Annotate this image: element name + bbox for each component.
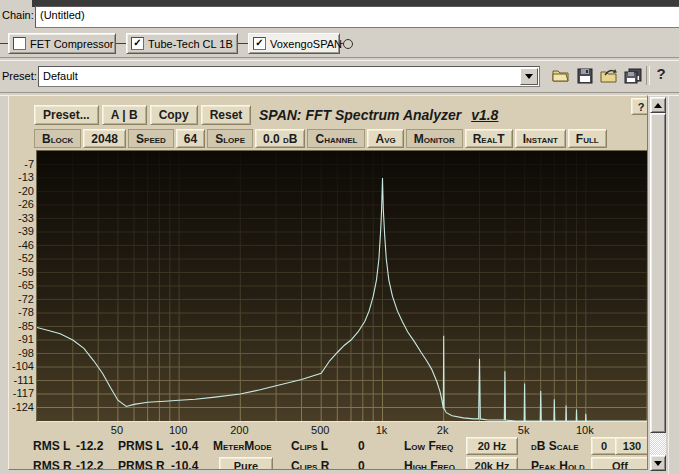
version-link[interactable]: v1.8 <box>471 107 498 123</box>
preset-value: Default <box>43 70 78 82</box>
clips-r-value: 0 <box>358 459 365 470</box>
span-help-button[interactable]: ? <box>631 98 648 115</box>
chevron-down-icon <box>525 74 533 79</box>
db-scale-label: dB Scale <box>531 439 579 453</box>
plugin-slot-voxengo-span[interactable]: ✓ VoxengoSPAN <box>248 33 340 54</box>
preset-combobox[interactable]: Default <box>38 66 540 87</box>
y-axis-tick-label: -7 <box>9 157 34 171</box>
spectrum-plot <box>36 150 648 422</box>
y-axis-tick-label: -33 <box>9 211 34 225</box>
span-copy-button[interactable]: Copy <box>150 105 198 125</box>
span-toolbar: Block2048Speed64Slope0.0 dBChannelAvgMon… <box>34 129 607 148</box>
clips-r-label: Clips R <box>291 459 329 470</box>
help-button[interactable]: ? <box>652 65 670 86</box>
x-axis-tick-label: 2k <box>423 424 463 437</box>
rms-l-value: -12.2 <box>76 439 103 453</box>
x-axis-tick-label: 500 <box>300 424 340 437</box>
db-scale-max-button[interactable]: 130 <box>615 437 648 455</box>
db-scale-min-button[interactable]: 0 <box>591 437 617 455</box>
x-axis-tick-label: 100 <box>158 424 198 437</box>
prms-r-value: -10.4 <box>171 459 198 470</box>
rms-l-label: RMS L <box>33 439 70 453</box>
chain-output-node-icon <box>343 39 353 49</box>
rms-r-label: RMS R <box>33 459 72 470</box>
toolbar-64-button[interactable]: 64 <box>176 129 205 148</box>
copy-disks-icon <box>624 68 642 84</box>
y-axis-tick-label: -104 <box>9 359 34 373</box>
plugin-enable-checkbox[interactable] <box>13 37 26 50</box>
save-preset-button[interactable] <box>574 65 596 86</box>
clips-l-value: 0 <box>358 439 365 453</box>
toolbar-block-label: Block <box>34 129 81 148</box>
high-freq-label: High Freq <box>404 459 455 470</box>
meter-mode-label: MeterMode <box>213 439 272 453</box>
chain-name-input[interactable]: (Untitled) <box>35 6 679 28</box>
x-axis-tick-label: 1k <box>361 424 401 437</box>
y-axis-tick-label: -117 <box>9 386 34 400</box>
import-preset-button[interactable] <box>598 65 620 86</box>
preset-label: Preset: <box>2 70 37 82</box>
floppy-disk-icon <box>577 68 593 84</box>
plugin-slot-tube-tech[interactable]: ✓ Tube-Tech CL 1B <box>126 33 238 54</box>
toolbar-2048-button[interactable]: 2048 <box>83 129 126 148</box>
y-axis-tick-label: -26 <box>9 197 34 211</box>
y-axis-tick-label: -46 <box>9 238 34 252</box>
toolbar-full-button[interactable]: Full <box>568 129 607 148</box>
separator <box>646 66 650 85</box>
span-plugin-panel: Preset... A | B Copy Reset SPAN: FFT Spe… <box>8 95 648 470</box>
combo-dropdown-button[interactable] <box>520 68 538 85</box>
toolbar-slope-label: Slope <box>207 129 253 148</box>
span-preset-button[interactable]: Preset... <box>34 105 99 125</box>
arrow-up-icon <box>654 103 662 108</box>
vertical-scrollbar[interactable] <box>650 97 666 471</box>
rms-r-value: -12.2 <box>76 459 103 470</box>
y-axis-tick-label: -13 <box>9 170 34 184</box>
plugin-enable-checkbox[interactable]: ✓ <box>131 37 144 50</box>
span-ab-compare-button[interactable]: A | B <box>102 105 147 125</box>
y-axis-tick-label: -39 <box>9 224 34 238</box>
plugin-slot-fet-compressor[interactable]: FET Compressor <box>8 33 116 54</box>
peak-hold-label: Peak Hold <box>531 459 585 470</box>
high-freq-button[interactable]: 20k Hz <box>466 457 518 470</box>
toolbar-realt-button[interactable]: RealT <box>465 129 513 148</box>
peak-hold-button[interactable]: Off <box>591 457 648 470</box>
plugin-slot-label: FET Compressor <box>30 38 114 50</box>
x-axis-tick-label: 5k <box>504 424 544 437</box>
scrollbar-down-button[interactable] <box>650 455 666 471</box>
toolbar-0-0-db-button[interactable]: 0.0 dB <box>255 129 305 148</box>
toolbar-monitor-label: Monitor <box>406 129 463 148</box>
y-axis-tick-label: -124 <box>9 400 34 414</box>
toolbar-avg-button[interactable]: Avg <box>367 129 403 148</box>
plugin-slot-label: VoxengoSPAN <box>270 38 342 50</box>
open-preset-button[interactable] <box>550 65 572 86</box>
folder-open-icon <box>552 68 570 83</box>
arrow-down-icon <box>654 461 662 466</box>
low-freq-button[interactable]: 20 Hz <box>466 437 518 455</box>
window-edge <box>668 95 669 474</box>
y-axis-tick-label: -52 <box>9 251 34 265</box>
y-axis-tick-label: -72 <box>9 292 34 306</box>
toolbar-instant-button[interactable]: Instant <box>515 129 566 148</box>
x-axis-tick-label: 50 <box>97 424 137 437</box>
folder-import-icon <box>600 68 618 84</box>
span-reset-button[interactable]: Reset <box>201 105 252 125</box>
plugin-title: SPAN: FFT Spectrum Analyzer v1.8 <box>259 107 498 123</box>
chain-label: Chain: <box>2 9 34 21</box>
meter-mode-button[interactable]: Pure <box>219 457 273 470</box>
y-axis-tick-label: -98 <box>9 346 34 360</box>
y-axis-tick-label: -91 <box>9 332 34 346</box>
low-freq-label: Low Freq <box>404 439 453 453</box>
y-axis-tick-label: -78 <box>9 305 34 319</box>
plugin-enable-checkbox[interactable]: ✓ <box>253 37 266 50</box>
separator <box>0 57 679 61</box>
copy-preset-button[interactable] <box>622 65 644 86</box>
scrollbar-up-button[interactable] <box>650 97 666 113</box>
toolbar-channel-label: Channel <box>307 129 365 148</box>
prms-r-label: PRMS R <box>118 459 165 470</box>
scrollbar-thumb[interactable] <box>650 113 666 433</box>
y-axis-tick-label: -65 <box>9 278 34 292</box>
plugin-slot-label: Tube-Tech CL 1B <box>148 38 233 50</box>
fx-chain-window: { "window": { "chain": { "label": "Chain… <box>0 0 679 474</box>
plugin-title-text: SPAN: FFT Spectrum Analyzer <box>259 107 461 123</box>
x-axis-tick-label: 10k <box>565 424 605 437</box>
